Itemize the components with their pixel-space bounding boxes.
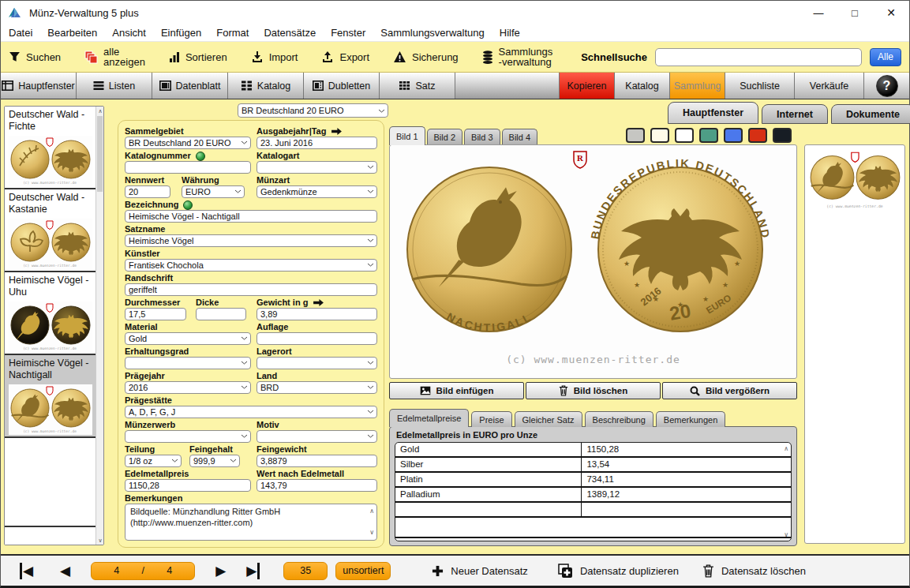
tab-hauptfenster[interactable]: Hauptfenster bbox=[1, 73, 77, 99]
globe-icon[interactable] bbox=[183, 200, 193, 210]
tab-bild-2[interactable]: Bild 2 bbox=[427, 129, 463, 145]
scroll-down-arrow[interactable]: ∨ bbox=[369, 527, 374, 538]
katalogart-select[interactable] bbox=[257, 161, 377, 174]
maximize-button[interactable]: □ bbox=[837, 1, 873, 24]
import-button[interactable]: Import bbox=[251, 51, 298, 63]
panel-tab-internet[interactable]: Internet bbox=[762, 104, 828, 124]
edelmetallpreis-input[interactable]: 1150,28 bbox=[125, 479, 251, 492]
list-item-fichte[interactable]: Deutscher Wald - Fichte (c) www.muenzen-… bbox=[5, 107, 95, 189]
previous-record-button[interactable]: ◀ bbox=[60, 563, 70, 579]
scroll-down-arrow[interactable]: ∨ bbox=[96, 536, 104, 545]
close-button[interactable]: ✕ bbox=[873, 1, 909, 24]
land-select[interactable]: BRD bbox=[257, 381, 377, 394]
tab-beschreibung[interactable]: Beschreibung bbox=[585, 411, 653, 427]
nennwert-input[interactable]: 20 bbox=[125, 185, 170, 198]
tab-satz[interactable]: Satz bbox=[380, 73, 455, 99]
globe-icon[interactable] bbox=[196, 152, 205, 161]
scroll-up-arrow[interactable]: ∧ bbox=[96, 107, 104, 115]
sammelgebiet-select[interactable]: BR Deutschland 20 EURO bbox=[125, 137, 251, 149]
tab-listen[interactable]: Listen bbox=[77, 73, 152, 99]
tab-verkaeufe[interactable]: Verkäufe bbox=[794, 73, 863, 99]
dicke-input[interactable] bbox=[196, 308, 246, 320]
menu-hilfe[interactable]: Hilfe bbox=[500, 27, 520, 39]
panel-tab-hauptfenster[interactable]: Hauptfenster bbox=[668, 102, 758, 124]
material-select[interactable]: Gold bbox=[125, 332, 251, 345]
swatch-teal[interactable] bbox=[699, 128, 718, 143]
bezeichnung-input[interactable]: Heimische Vögel - Nachtigall bbox=[125, 210, 377, 223]
list-item-kastanie[interactable]: Deutscher Wald - Kastanie (c) www.muenze… bbox=[5, 189, 95, 272]
sidebar-scrollbar[interactable]: ∧ ∨ bbox=[95, 107, 103, 545]
scrollbar-thumb[interactable] bbox=[97, 116, 103, 192]
delete-record-button[interactable]: Datensatz löschen bbox=[702, 564, 806, 578]
zoom-image-button[interactable]: Bild vergößern bbox=[662, 382, 797, 399]
tab-katalog[interactable]: Katalog bbox=[228, 73, 304, 99]
menu-format[interactable]: Format bbox=[216, 27, 249, 39]
tab-suchliste[interactable]: Suchliste bbox=[725, 73, 794, 99]
durchmesser-input[interactable]: 17,5 bbox=[125, 308, 186, 320]
tab-preise[interactable]: Preise bbox=[471, 411, 511, 427]
praegestaette-select[interactable]: A, D, F, G, J bbox=[125, 406, 377, 418]
ausgabejahr-input[interactable]: 23. Juni 2016 bbox=[257, 137, 377, 149]
backup-button[interactable]: Sicherung bbox=[393, 51, 459, 63]
muenzerwerb-select[interactable] bbox=[125, 430, 251, 443]
gewicht-input[interactable]: 3,89 bbox=[257, 308, 377, 320]
tab-kopieren[interactable]: Kopieren bbox=[559, 73, 614, 99]
quick-search-all-button[interactable]: Alle bbox=[870, 48, 901, 66]
sort-state-badge[interactable]: unsortiert bbox=[335, 562, 391, 580]
swatch-blue[interactable] bbox=[724, 128, 743, 143]
menu-bearbeiten[interactable]: Bearbeiten bbox=[47, 27, 97, 39]
kuenstler-select[interactable]: Frantisek Chochola bbox=[125, 259, 377, 272]
swatch-red[interactable] bbox=[748, 128, 767, 143]
motiv-select[interactable] bbox=[257, 430, 377, 443]
praegejahr-select[interactable]: 2016 bbox=[125, 381, 251, 394]
tab-katalog-mode[interactable]: Katalog bbox=[614, 73, 669, 99]
tab-bemerkungen[interactable]: Bemerkungen bbox=[656, 411, 726, 427]
menu-einfuegen[interactable]: Einfügen bbox=[161, 27, 201, 39]
duplicate-record-button[interactable]: Datensatz duplizieren bbox=[558, 564, 679, 579]
panel-tab-dokumente[interactable]: Dokumente bbox=[831, 104, 910, 124]
katalognummer-input[interactable] bbox=[125, 161, 251, 174]
search-button[interactable]: Suchen bbox=[9, 51, 61, 63]
wert-nach-edelmetall-input[interactable]: 143,79 bbox=[257, 479, 377, 492]
erhaltungsgrad-select[interactable] bbox=[125, 357, 251, 369]
satzname-select[interactable]: Heimische Vögel bbox=[125, 234, 377, 247]
menu-datei[interactable]: Datei bbox=[9, 27, 32, 39]
tab-datenblatt[interactable]: Datenblatt bbox=[152, 73, 228, 99]
scroll-down-arrow[interactable]: ∨ bbox=[784, 531, 788, 538]
tab-sammlung[interactable]: Sammlung bbox=[669, 73, 725, 99]
help-button[interactable]: ? bbox=[876, 75, 898, 97]
jump-arrow-icon[interactable] bbox=[313, 298, 324, 307]
quick-search-input[interactable] bbox=[655, 48, 862, 66]
swatch-cream[interactable] bbox=[650, 128, 669, 143]
collection-management-button[interactable]: Sammlungs-verwaltung bbox=[482, 47, 553, 67]
last-record-button[interactable]: ▶ bbox=[246, 563, 260, 579]
delete-image-button[interactable]: Bild löschen bbox=[526, 382, 661, 399]
tab-bild-4[interactable]: Bild 4 bbox=[502, 129, 538, 145]
collection-select[interactable]: BR Deutschland 20 EURO bbox=[238, 103, 388, 118]
bemerkungen-textarea[interactable]: Bildquelle: Münzhandlung Ritter GmbH (ht… bbox=[125, 504, 377, 541]
feingewicht-input[interactable]: 3,8879 bbox=[257, 455, 377, 467]
jump-arrow-icon[interactable] bbox=[331, 127, 343, 136]
tab-edelmetallpreise[interactable]: Edelmetallpreise bbox=[389, 409, 469, 427]
menu-fenster[interactable]: Fenster bbox=[331, 27, 365, 39]
waehrung-select[interactable]: EURO bbox=[182, 185, 245, 198]
insert-image-button[interactable]: Bild einfügen bbox=[389, 382, 524, 399]
scroll-up-arrow[interactable]: ∧ bbox=[784, 445, 788, 452]
tab-bild-3[interactable]: Bild 3 bbox=[464, 129, 500, 145]
export-button[interactable]: Export bbox=[321, 51, 369, 63]
new-record-button[interactable]: Neuer Datensatz bbox=[432, 565, 528, 577]
teilung-select[interactable]: 1/8 oz bbox=[125, 455, 182, 467]
auflage-input[interactable] bbox=[257, 332, 377, 345]
tab-bild-1[interactable]: Bild 1 bbox=[389, 126, 425, 145]
feingehalt-select[interactable]: 999,9 bbox=[189, 455, 240, 467]
swatch-black[interactable] bbox=[773, 128, 792, 143]
minimize-button[interactable]: — bbox=[800, 1, 837, 24]
swatch-gray[interactable] bbox=[626, 128, 645, 143]
tab-dubletten[interactable]: Dubletten bbox=[304, 73, 380, 99]
menu-ansicht[interactable]: Ansicht bbox=[112, 27, 146, 39]
randschrift-input[interactable]: geriffelt bbox=[125, 283, 377, 296]
show-all-button[interactable]: alleanzeigen bbox=[84, 47, 145, 67]
lagerort-select[interactable] bbox=[257, 357, 377, 369]
swatch-white[interactable] bbox=[675, 128, 694, 143]
list-item-uhu[interactable]: Heimische Vögel - Uhu (c) www.muenzen-ri… bbox=[5, 272, 95, 355]
